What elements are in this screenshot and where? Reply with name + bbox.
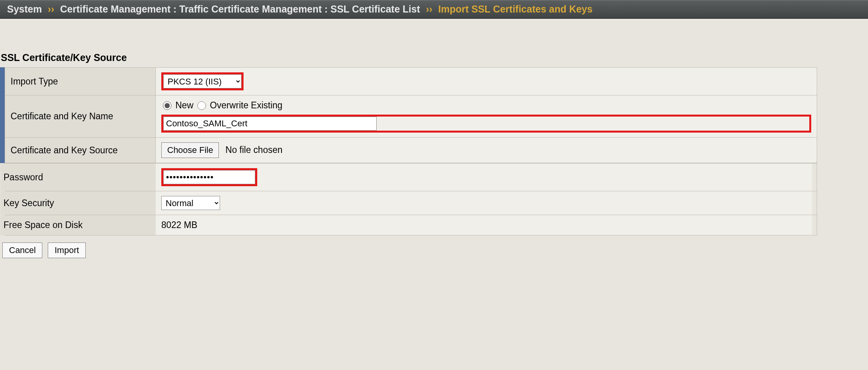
label-password: Password <box>0 163 156 191</box>
no-file-text: No file chosen <box>226 145 283 155</box>
breadcrumb-separator: ›› <box>48 4 54 14</box>
label-key-security: Key Security <box>0 191 156 215</box>
form-table-lower: Password Key Security Normal Free Space … <box>5 163 817 235</box>
free-space-value: 8022 MB <box>156 215 812 235</box>
cancel-button[interactable]: Cancel <box>2 242 42 258</box>
label-cert-key-name: Certificate and Key Name <box>5 95 156 138</box>
label-free-space: Free Space on Disk <box>0 215 156 235</box>
breadcrumb-root[interactable]: System <box>7 4 42 14</box>
label-import-type: Import Type <box>5 68 156 95</box>
form-table: Import Type PKCS 12 (IIS) Certificate an… <box>5 67 817 163</box>
highlight-cert-name <box>161 115 811 133</box>
breadcrumb-path[interactable]: Certificate Management : Traffic Certifi… <box>60 4 420 14</box>
radio-new-label: New <box>175 100 193 111</box>
section-title: SSL Certificate/Key Source <box>0 52 868 67</box>
breadcrumb-separator: ›› <box>426 4 433 14</box>
label-cert-key-source: Certificate and Key Source <box>5 138 156 163</box>
radio-new[interactable] <box>163 101 171 110</box>
highlight-password <box>161 168 257 186</box>
import-type-select[interactable]: PKCS 12 (IIS) <box>163 74 242 88</box>
form-accent-strip <box>0 67 5 163</box>
cert-name-input[interactable] <box>163 117 377 131</box>
choose-file-button[interactable]: Choose File <box>161 142 219 158</box>
key-security-select[interactable]: Normal <box>161 196 220 210</box>
password-input[interactable] <box>163 170 255 184</box>
radio-overwrite[interactable] <box>197 101 206 110</box>
breadcrumb: System ›› Certificate Management : Traff… <box>0 0 868 19</box>
radio-overwrite-label: Overwrite Existing <box>210 100 282 111</box>
highlight-import-type: PKCS 12 (IIS) <box>161 72 244 90</box>
import-button[interactable]: Import <box>48 242 85 258</box>
breadcrumb-current: Import SSL Certificates and Keys <box>438 4 592 14</box>
